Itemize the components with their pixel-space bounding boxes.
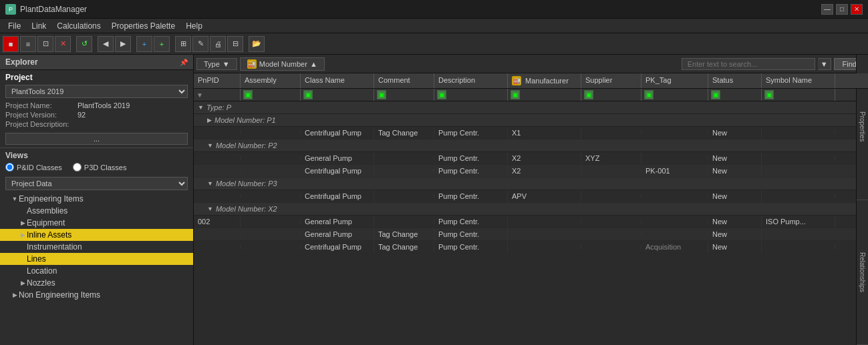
menu-file[interactable]: File bbox=[3, 20, 26, 32]
tree-item-non-engineering[interactable]: ▶ Non Engineering Items bbox=[0, 289, 193, 301]
tb-btn-export[interactable]: ⊟ bbox=[227, 36, 243, 52]
group-p1-expand-icon: ▶ bbox=[207, 117, 212, 123]
filter-row: ▼ ▣ ▣ ▣ ▣ ▣ ▣ bbox=[194, 89, 868, 101]
tb-btn-back[interactable]: ◀ bbox=[98, 36, 114, 52]
expand-location-icon bbox=[19, 268, 27, 274]
table-row[interactable]: General Pump Pump Centr. X2 XYZ New bbox=[194, 152, 868, 165]
cell-symbolname bbox=[762, 156, 835, 160]
expand-instrumentation-icon bbox=[19, 244, 27, 250]
tb-btn-forward[interactable]: ▶ bbox=[115, 36, 131, 52]
menu-link[interactable]: Link bbox=[26, 20, 51, 32]
data-dropdown[interactable]: Project Data bbox=[5, 177, 188, 190]
maximize-btn[interactable]: □ bbox=[836, 4, 848, 15]
filter-status: ▣ bbox=[708, 89, 762, 101]
tree-item-lines[interactable]: Lines bbox=[0, 253, 193, 265]
table-row[interactable]: Centrifugal Pump Tag Change Pump Centr. … bbox=[194, 241, 868, 254]
group-x2-label: Model Number: X2 bbox=[216, 205, 277, 213]
table-row[interactable]: 002 General Pump Pump Centr. New ISO Pum… bbox=[194, 216, 868, 228]
filter-pktag-icon: ▣ bbox=[644, 90, 654, 99]
main-toolbar: ■ ≡ ⊡ ✕ ↺ ◀ ▶ + + ⊞ ✎ 🖨 ⊟ 📂 bbox=[0, 33, 868, 55]
group-model-p1[interactable]: ▶ Model Number: P1 bbox=[194, 114, 868, 127]
cell-pktag bbox=[641, 131, 708, 135]
tree-item-engineering-items[interactable]: ▼ Engineering Items bbox=[0, 193, 193, 205]
tree-item-instrumentation[interactable]: Instrumentation bbox=[0, 241, 193, 253]
group-model-p2[interactable]: ▼ Model Number: P2 bbox=[194, 139, 868, 152]
group-model-p3[interactable]: ▼ Model Number: P3 bbox=[194, 178, 868, 190]
radio-pid-classes[interactable]: P&ID Classes bbox=[5, 163, 62, 171]
filter-symbolname: ▣ bbox=[762, 89, 835, 101]
model-button[interactable]: 🏭 Model Number ▲ bbox=[240, 57, 325, 71]
cell-assembly bbox=[241, 131, 301, 135]
cell-supplier bbox=[581, 131, 641, 135]
lines-label: Lines bbox=[27, 254, 46, 264]
radio-p3d-classes[interactable]: P3D Classes bbox=[73, 163, 127, 171]
group-model-x2[interactable]: ▼ Model Number: X2 bbox=[194, 203, 868, 216]
minimize-btn[interactable]: — bbox=[821, 4, 833, 15]
grid-toolbar: Type ▼ 🏭 Model Number ▲ ▼ Find bbox=[194, 55, 868, 73]
table-row[interactable]: General Pump Tag Change Pump Centr. New bbox=[194, 228, 868, 241]
pin-icon[interactable]: 📌 bbox=[180, 59, 188, 66]
tree-item-equipment[interactable]: ▶ Equipment bbox=[0, 217, 193, 229]
close-btn[interactable]: ✕ bbox=[851, 4, 863, 15]
engineering-items-label: Engineering Items bbox=[19, 194, 84, 204]
cell-classname: Centrifugal Pump bbox=[301, 165, 374, 177]
tb-btn-delete[interactable]: ✕ bbox=[55, 36, 71, 52]
cell-symbolname bbox=[762, 232, 835, 236]
menu-calculations[interactable]: Calculations bbox=[51, 20, 106, 32]
group-x2-expand-icon: ▼ bbox=[207, 206, 213, 212]
cell-classname: General Pump bbox=[301, 152, 374, 164]
cell-comment bbox=[374, 156, 434, 160]
col-description: Description bbox=[434, 73, 508, 88]
cell-pktag: PK-001 bbox=[641, 165, 708, 177]
grid-header: PnPID Assembly Class Name Comment Descri… bbox=[194, 73, 868, 89]
cell-manufacturer: X2 bbox=[508, 165, 581, 177]
col-pnpid: PnPID bbox=[194, 73, 241, 88]
type-button[interactable]: Type ▼ bbox=[196, 58, 237, 70]
views-label: Views bbox=[5, 151, 188, 160]
tb-btn-add2[interactable]: + bbox=[154, 36, 170, 52]
table-row[interactable]: Centrifugal Pump Pump Centr. X2 PK-001 N… bbox=[194, 165, 868, 178]
tb-btn-3[interactable]: ⊡ bbox=[37, 36, 53, 52]
tb-btn-grid[interactable]: ⊞ bbox=[175, 36, 191, 52]
tb-btn-1[interactable]: ■ bbox=[3, 36, 19, 52]
cell-description: Pump Centr. bbox=[434, 228, 508, 240]
tb-btn-refresh[interactable]: ↺ bbox=[76, 36, 92, 52]
desc-button[interactable]: ... bbox=[5, 133, 188, 145]
equipment-label: Equipment bbox=[27, 218, 65, 228]
tree-item-location[interactable]: Location bbox=[0, 265, 193, 277]
tb-btn-2[interactable]: ≡ bbox=[20, 36, 36, 52]
tab-relationships[interactable]: Relationships bbox=[857, 200, 868, 346]
model-sort-icon: ▲ bbox=[310, 60, 317, 68]
table-row[interactable]: Centrifugal Pump Tag Change Pump Centr. … bbox=[194, 127, 868, 139]
tb-btn-open[interactable]: 📂 bbox=[249, 36, 265, 52]
menu-help[interactable]: Help bbox=[180, 20, 208, 32]
tree-item-nozzles[interactable]: ▶ Nozzles bbox=[0, 277, 193, 289]
tb-btn-add[interactable]: + bbox=[136, 36, 152, 52]
cell-manufacturer bbox=[508, 232, 581, 236]
tb-btn-edit[interactable]: ✎ bbox=[192, 36, 208, 52]
group-p1-label: Model Number: P1 bbox=[214, 116, 276, 124]
filter-funnel-icon: ▼ bbox=[196, 91, 203, 99]
col-pktag: PK_Tag bbox=[641, 73, 708, 88]
cell-status: New bbox=[708, 190, 762, 202]
table-row[interactable]: Centrifugal Pump Pump Centr. APV New bbox=[194, 190, 868, 203]
cell-pnpid: 002 bbox=[194, 216, 241, 228]
tb-btn-print[interactable]: 🖨 bbox=[210, 36, 226, 52]
data-grid: PnPID Assembly Class Name Comment Descri… bbox=[194, 73, 868, 345]
manufacturer-icon: 🏭 bbox=[512, 76, 521, 85]
tree-item-assemblies[interactable]: Assemblies bbox=[0, 205, 193, 217]
search-dropdown-btn[interactable]: ▼ bbox=[818, 58, 831, 70]
project-select[interactable]: PlantTools 2019 bbox=[5, 85, 188, 98]
explorer-title: Explorer bbox=[5, 57, 38, 67]
cell-comment: Tag Change bbox=[374, 241, 434, 253]
group-type-p[interactable]: ▼ Type: P bbox=[194, 101, 868, 114]
search-input[interactable] bbox=[682, 58, 815, 70]
cell-classname: General Pump bbox=[301, 228, 374, 240]
menu-properties-palette[interactable]: Properties Palette bbox=[106, 20, 180, 32]
cell-pktag bbox=[641, 220, 708, 224]
cell-pktag bbox=[641, 194, 708, 198]
cell-comment bbox=[374, 194, 434, 198]
col-classname: Class Name bbox=[301, 73, 374, 88]
tree-item-inline-assets[interactable]: ▶ Inline Assets bbox=[0, 229, 193, 241]
expand-assemblies-icon bbox=[19, 208, 27, 214]
